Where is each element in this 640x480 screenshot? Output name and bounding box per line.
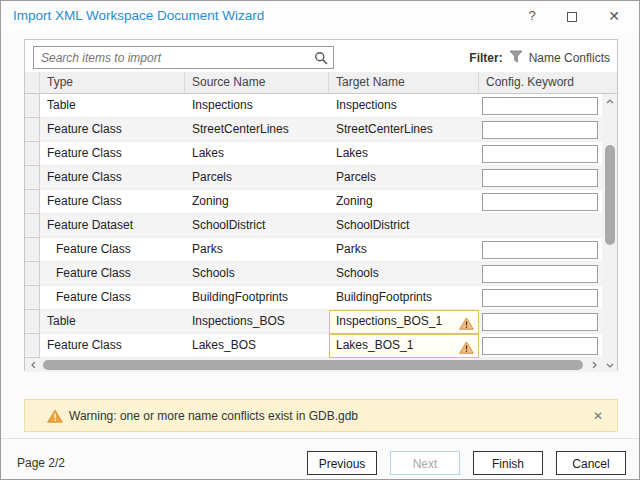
target-name-text: Inspections_BOS_1 [336, 314, 442, 328]
row-selector[interactable] [25, 238, 40, 262]
type-cell: Table [40, 310, 185, 334]
row-selector[interactable] [25, 214, 40, 238]
target-name-cell[interactable]: Zoning [329, 190, 479, 214]
config-keyword-input[interactable] [482, 337, 598, 355]
target-name-cell[interactable]: StreetCenterLines [329, 118, 479, 142]
warning-banner-close-icon[interactable]: ✕ [588, 400, 608, 432]
target-name-text: Parcels [336, 170, 376, 184]
window-title: Import XML Workspace Document Wizard [13, 1, 264, 31]
target-name-cell[interactable]: Parcels [329, 166, 479, 190]
filter-value: Name Conflicts [529, 51, 610, 65]
config-keyword-input[interactable] [482, 97, 598, 115]
filter-label: Filter: [469, 51, 502, 65]
table-row[interactable]: Feature Class Schools Schools [25, 262, 602, 286]
row-selector[interactable] [25, 310, 40, 334]
footer-divider [1, 438, 639, 439]
scroll-right-arrow-icon[interactable] [587, 358, 601, 372]
table-row[interactable]: Feature Class Zoning Zoning [25, 190, 602, 214]
previous-button[interactable]: Previous [307, 451, 377, 475]
next-button[interactable]: Next [390, 451, 460, 475]
source-name-cell: Parcels [185, 166, 329, 190]
config-keyword-input[interactable] [482, 145, 598, 163]
config-keyword-cell [479, 118, 602, 142]
target-name-text: BuildingFootprints [336, 290, 432, 304]
column-header-config-keyword[interactable]: Config. Keyword [479, 72, 617, 94]
config-keyword-cell [479, 238, 602, 262]
column-header-type[interactable]: Type [40, 72, 185, 94]
row-selector[interactable] [25, 190, 40, 214]
column-header-target-name[interactable]: Target Name [329, 72, 479, 94]
table-body: Table Inspections Inspections Feature Cl… [25, 94, 602, 358]
vertical-scrollbar-thumb[interactable] [605, 145, 615, 245]
scroll-left-arrow-icon[interactable] [26, 358, 40, 372]
target-name-text: Zoning [336, 194, 373, 208]
filter-name-conflicts[interactable]: Name Conflicts [509, 50, 610, 66]
type-cell: Feature Class [40, 118, 185, 142]
target-name-cell[interactable]: SchoolDistrict [329, 214, 479, 238]
row-selector[interactable] [25, 286, 40, 310]
source-name-cell: Parks [185, 238, 329, 262]
table-row[interactable]: Feature Class BuildingFootprints Buildin… [25, 286, 602, 310]
config-keyword-cell [479, 94, 602, 118]
target-name-text: Inspections [336, 98, 397, 112]
table-row[interactable]: Feature Dataset SchoolDistrict SchoolDis… [25, 214, 602, 238]
row-selector[interactable] [25, 334, 40, 358]
name-conflict-warning-icon [459, 315, 474, 334]
close-button[interactable]: ✕ [597, 1, 631, 31]
cancel-button[interactable]: Cancel [556, 451, 626, 475]
column-header-source-name[interactable]: Source Name [185, 72, 329, 94]
config-keyword-cell [479, 262, 602, 286]
type-cell: Feature Dataset [40, 214, 185, 238]
table-row[interactable]: Table Inspections_BOS Inspections_BOS_1 [25, 310, 602, 334]
row-selector[interactable] [25, 94, 40, 118]
row-selector[interactable] [25, 142, 40, 166]
table-row[interactable]: Feature Class StreetCenterLines StreetCe… [25, 118, 602, 142]
search-icon[interactable] [314, 51, 328, 68]
table-row[interactable]: Feature Class Lakes Lakes [25, 142, 602, 166]
target-name-cell[interactable]: BuildingFootprints [329, 286, 479, 310]
funnel-icon [509, 50, 523, 66]
horizontal-scrollbar[interactable] [25, 358, 602, 372]
config-keyword-input[interactable] [482, 241, 598, 259]
target-name-cell[interactable]: Inspections_BOS_1 [329, 310, 479, 334]
target-name-text: StreetCenterLines [336, 122, 433, 136]
target-name-cell[interactable]: Lakes [329, 142, 479, 166]
config-keyword-input[interactable] [482, 289, 598, 307]
row-selector[interactable] [25, 262, 40, 286]
target-name-cell[interactable]: Parks [329, 238, 479, 262]
source-name-cell: Inspections [185, 94, 329, 118]
table-row[interactable]: Feature Class Parcels Parcels [25, 166, 602, 190]
type-cell: Feature Class [40, 286, 185, 310]
target-name-cell[interactable]: Lakes_BOS_1 [329, 334, 479, 358]
target-name-cell[interactable]: Inspections [329, 94, 479, 118]
config-keyword-cell [479, 214, 602, 238]
horizontal-scrollbar-thumb[interactable] [43, 360, 583, 370]
scroll-up-arrow-icon[interactable] [602, 94, 617, 108]
finish-button[interactable]: Finish [473, 451, 543, 475]
warning-banner-text: Warning: one or more name conflicts exis… [69, 400, 358, 432]
target-name-text: Lakes [336, 146, 368, 160]
row-selector[interactable] [25, 118, 40, 142]
source-name-cell: Lakes_BOS [185, 334, 329, 358]
row-selector[interactable] [25, 166, 40, 190]
table-row[interactable]: Feature Class Lakes_BOS Lakes_BOS_1 [25, 334, 602, 358]
config-keyword-input[interactable] [482, 313, 598, 331]
config-keyword-input[interactable] [482, 265, 598, 283]
vertical-scrollbar[interactable] [602, 94, 617, 372]
table-row[interactable]: Feature Class Parks Parks [25, 238, 602, 262]
table-row[interactable]: Table Inspections Inspections [25, 94, 602, 118]
config-keyword-cell [479, 142, 602, 166]
scroll-down-arrow-icon[interactable] [602, 358, 617, 372]
maximize-button[interactable] [555, 1, 589, 31]
search-input[interactable] [34, 47, 333, 68]
type-cell: Feature Class [40, 166, 185, 190]
config-keyword-input[interactable] [482, 193, 598, 211]
target-name-cell[interactable]: Schools [329, 262, 479, 286]
config-keyword-input[interactable] [482, 169, 598, 187]
type-cell: Feature Class [40, 262, 185, 286]
source-name-cell: Lakes [185, 142, 329, 166]
config-keyword-cell [479, 286, 602, 310]
config-keyword-input[interactable] [482, 121, 598, 139]
help-button[interactable]: ? [515, 1, 549, 31]
title-bar: Import XML Workspace Document Wizard ? ✕ [1, 1, 639, 31]
